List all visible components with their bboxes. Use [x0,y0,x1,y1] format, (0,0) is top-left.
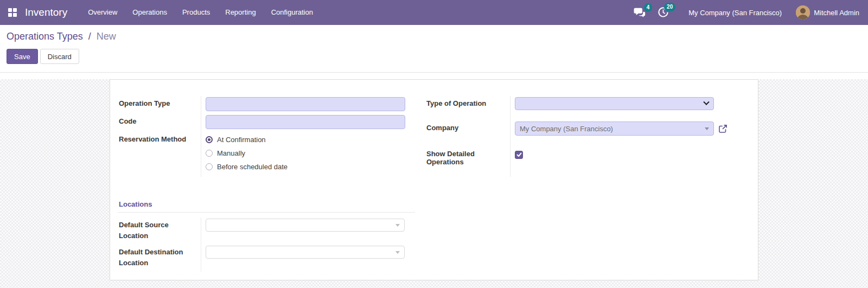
menu-item-overview[interactable]: Overview [80,0,125,25]
app-name[interactable]: Inventory [25,7,67,18]
form-group-left: Operation Type Code Reservation Method A… [118,96,415,177]
chat-icon [634,11,646,20]
control-panel: Operations Types / New Save Discard [0,25,868,73]
breadcrumb: Operations Types / New [7,31,868,42]
default-destination-location-field[interactable] [206,246,405,259]
caret-down-icon [395,251,400,254]
control-panel-buttons: Save Discard [7,49,868,64]
operation-type-input[interactable] [206,97,405,111]
radio-button-icon [206,150,213,157]
caret-down-icon [705,127,709,130]
default-destination-location-label: Default Destination Location [118,245,189,272]
menu-item-products[interactable]: Products [175,0,218,25]
breadcrumb-separator: / [88,31,91,42]
default-source-location-field[interactable] [206,219,405,232]
radio-at-confirmation[interactable]: At Confirmation [206,133,415,146]
breadcrumb-current: New [97,31,116,42]
menu-item-operations[interactable]: Operations [125,0,175,25]
company-field[interactable]: My Company (San Francisco) [515,121,714,136]
top-navbar: Inventory Overview Operations Products R… [0,0,868,25]
discard-button[interactable]: Discard [40,49,79,64]
reservation-method-group: At Confirmation Manually Before schedule… [201,132,415,177]
messages-button[interactable]: 4 [631,5,650,21]
messages-badge: 4 [644,3,653,12]
caret-down-icon [395,224,400,227]
menu-item-reporting[interactable]: Reporting [218,0,263,25]
main-menu: Overview Operations Products Reporting C… [80,0,321,25]
apps-grid-icon [8,8,17,17]
systray: 4 20 My Company (San Francisco) Mi [631,4,859,21]
type-of-operation-label: Type of Operation [425,96,510,120]
apps-menu-button[interactable] [5,5,20,20]
reservation-method-label: Reservation Method [118,132,201,177]
type-of-operation-select[interactable] [515,97,714,110]
operation-type-label: Operation Type [118,96,201,114]
company-switcher[interactable]: My Company (San Francisco) [688,9,782,17]
form-sheet: Operation Type Code Reservation Method A… [110,79,758,280]
clock-icon [658,11,669,20]
code-label: Code [118,114,201,132]
menu-item-configuration[interactable]: Configuration [264,0,321,25]
activities-badge: 20 [664,3,675,11]
show-detailed-operations-checkbox[interactable] [515,151,523,159]
external-link-icon[interactable] [718,124,727,133]
avatar [796,5,810,20]
radio-manually[interactable]: Manually [206,146,415,160]
radio-before-scheduled-date[interactable]: Before scheduled date [206,160,415,174]
radio-button-icon [206,163,213,170]
company-label: Company [425,120,510,146]
chevron-down-icon [703,99,709,105]
company-value: My Company (San Francisco) [520,125,705,133]
default-source-location-label: Default Source Location [118,217,189,245]
activities-button[interactable]: 20 [655,4,673,21]
show-detailed-operations-label: Show Detailed Operations [425,146,510,177]
breadcrumb-operations-types[interactable]: Operations Types [7,31,83,42]
code-input[interactable] [206,115,405,129]
form-group-right: Type of Operation Company My Company (Sa… [425,96,737,177]
check-icon [516,152,522,157]
user-menu[interactable]: Mitchell Admin [796,5,859,20]
form-group-locations: Default Source Location Default Destinat… [118,217,415,272]
user-name: Mitchell Admin [814,9,859,17]
save-button[interactable]: Save [7,49,38,64]
content-background: Operation Type Code Reservation Method A… [0,79,868,288]
radio-button-icon [206,136,213,143]
locations-section-title: Locations [118,200,415,213]
